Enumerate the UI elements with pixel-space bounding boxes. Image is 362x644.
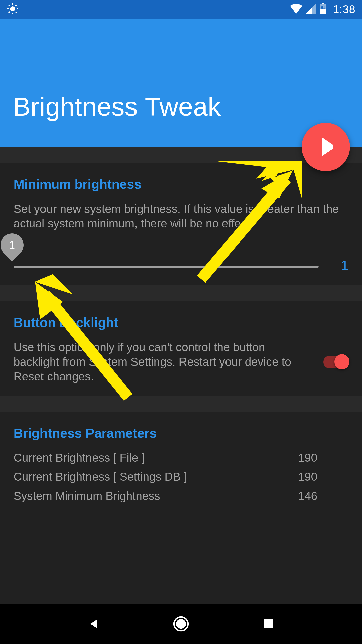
min-brightness-title: Minimum brightness [14, 177, 348, 192]
android-navbar [0, 604, 362, 644]
param-value: 190 [298, 470, 348, 484]
params-title: Brightness Parameters [14, 426, 348, 441]
svg-point-14 [176, 619, 186, 629]
card-button-backlight: Button Backlight Use this option only if… [0, 301, 362, 396]
button-backlight-toggle[interactable] [323, 356, 348, 368]
param-row: System Minimum Brightness 146 [14, 489, 348, 503]
svg-line-7 [9, 12, 10, 13]
min-brightness-description: Set your new system brightness. If this … [14, 202, 348, 231]
svg-point-0 [10, 6, 15, 11]
button-backlight-description: Use this option only if you can't contro… [14, 340, 323, 384]
svg-rect-9 [322, 3, 324, 4]
brightness-icon [7, 3, 19, 16]
back-button[interactable] [84, 614, 104, 634]
status-clock: 1:38 [333, 3, 355, 16]
svg-rect-11 [320, 9, 326, 14]
param-label: Current Brightness [ Settings DB ] [14, 470, 298, 484]
card-min-brightness: Minimum brightness Set your new system b… [0, 163, 362, 285]
svg-line-8 [15, 5, 16, 6]
param-value: 190 [298, 451, 348, 464]
app-header: Brightness Tweak [0, 19, 362, 147]
param-value: 146 [298, 489, 348, 503]
param-row: Current Brightness [ File ] 190 [14, 451, 348, 464]
cell-signal-icon [306, 4, 316, 15]
home-button[interactable] [171, 614, 191, 634]
svg-line-5 [9, 5, 10, 6]
main-content: Minimum brightness Set your new system b… [0, 147, 362, 604]
battery-icon: 51 [319, 3, 327, 15]
slider-pin-label: 1 [9, 239, 15, 251]
button-backlight-title: Button Backlight [14, 315, 348, 330]
param-row: Current Brightness [ Settings DB ] 190 [14, 470, 348, 484]
param-label: System Minimum Brightness [14, 489, 298, 503]
recents-button[interactable] [258, 614, 278, 634]
card-brightness-params: Brightness Parameters Current Brightness… [0, 412, 362, 604]
play-icon [319, 145, 333, 149]
slider-value-label: 1 [341, 258, 348, 273]
svg-text:51: 51 [321, 6, 325, 10]
toggle-knob [334, 354, 349, 369]
status-bar: 51 1:38 [0, 0, 362, 19]
brightness-slider[interactable]: 1 [14, 241, 319, 268]
wifi-icon [290, 4, 302, 15]
play-fab[interactable] [302, 123, 350, 171]
page-title: Brightness Tweak [13, 92, 221, 122]
param-label: Current Brightness [ File ] [14, 451, 298, 464]
svg-line-6 [15, 12, 16, 13]
svg-rect-15 [264, 619, 273, 628]
